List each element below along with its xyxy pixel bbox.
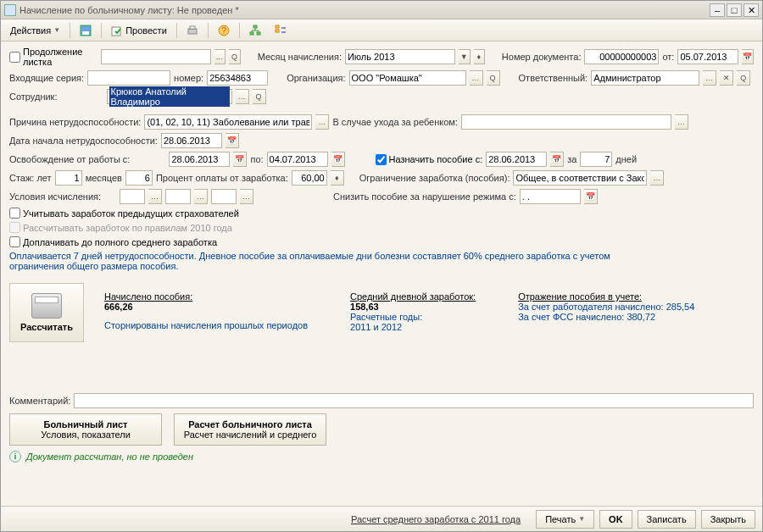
save-icon-button[interactable] — [74, 22, 97, 39]
app-icon — [4, 4, 16, 16]
release-to-picker-button[interactable]: 📅 — [331, 152, 345, 167]
resp-select-button[interactable]: … — [703, 70, 716, 86]
org-field[interactable] — [349, 70, 466, 86]
svg-rect-13 — [281, 31, 286, 33]
stazh-years-field[interactable] — [55, 170, 82, 186]
reduce-date-picker-button[interactable]: 📅 — [584, 189, 598, 204]
tree-icon-button[interactable] — [269, 22, 292, 39]
continuation-select-button[interactable]: … — [214, 49, 226, 64]
stazh-months-field[interactable] — [125, 170, 153, 186]
print-icon-button[interactable] — [181, 22, 204, 39]
continuation-lookup-button[interactable]: Q — [229, 49, 241, 64]
release-label: Освобождение от работы с: — [9, 154, 130, 164]
employee-lookup-button[interactable]: Q — [253, 89, 266, 104]
start-date-field[interactable] — [161, 133, 222, 148]
actions-menu[interactable]: Действия▼ — [4, 22, 66, 39]
docnum-field[interactable] — [584, 49, 659, 64]
month-stepper-button[interactable]: ♦ — [474, 49, 486, 64]
percent-stepper-button[interactable]: ♦ — [331, 170, 344, 186]
from-date-picker-button[interactable]: 📅 — [742, 49, 754, 64]
average-calc-link[interactable]: Расчет среднего заработка с 2011 года — [351, 514, 521, 524]
employee-select-button[interactable]: … — [236, 89, 249, 104]
comment-field[interactable] — [74, 393, 754, 408]
org-select-button[interactable]: … — [470, 70, 483, 86]
from-label: от: — [662, 52, 674, 62]
post-button[interactable]: Провести — [105, 22, 173, 39]
cond1-select-button[interactable]: … — [148, 189, 162, 204]
resp-clear-button[interactable]: ✕ — [720, 70, 733, 86]
limit-select-button[interactable]: … — [650, 170, 664, 186]
reason-select-button[interactable]: … — [315, 114, 329, 130]
reason-field[interactable] — [144, 114, 312, 130]
employee-label: Сотрудник: — [9, 91, 58, 102]
svg-rect-10 — [276, 25, 279, 28]
cond1-field[interactable] — [120, 189, 145, 204]
days-field[interactable] — [580, 152, 612, 167]
assign-checkbox[interactable]: Назначить пособие с: — [376, 154, 483, 165]
month-field[interactable] — [345, 49, 455, 64]
inseries-field[interactable] — [87, 70, 170, 86]
years-link[interactable]: 2011 и 2012 — [350, 322, 476, 332]
reason-label: Причина нетрудоспособности: — [9, 117, 141, 127]
calculate-button[interactable]: Рассчитать — [9, 283, 84, 342]
from-date-field[interactable] — [677, 49, 738, 64]
maximize-button[interactable]: □ — [727, 3, 742, 17]
structure-icon-button[interactable] — [243, 22, 267, 39]
cond3-select-button[interactable]: … — [240, 189, 253, 204]
assign-date-picker-button[interactable]: 📅 — [550, 152, 564, 167]
minimize-button[interactable]: – — [710, 3, 725, 17]
prev-insurers-checkbox[interactable]: Учитывать заработок предыдущих страховат… — [9, 208, 239, 219]
month-label: Месяц начисления: — [258, 52, 342, 62]
close-button[interactable]: ✕ — [744, 3, 759, 17]
percent-field[interactable] — [292, 170, 327, 186]
calculator-icon — [31, 293, 62, 319]
info-icon: i — [9, 451, 21, 463]
status-bar: i Документ рассчитан, но не проведен — [9, 451, 754, 463]
percent-label: Процент оплаты от заработка: — [156, 173, 288, 183]
svg-rect-7 — [253, 25, 257, 28]
full-average-checkbox[interactable]: Доплачивать до полного среднего заработк… — [9, 236, 217, 247]
childcare-label: В случае ухода за ребенком: — [332, 117, 458, 127]
footer: Расчет среднего заработка с 2011 года Пе… — [1, 506, 762, 531]
reversed-link[interactable]: Сторнированы начисления прошлых периодов — [104, 320, 308, 330]
svg-text:?: ? — [221, 25, 226, 36]
tab-calculation[interactable]: Расчет больничного листа Расчет начислен… — [174, 413, 326, 446]
print-button[interactable]: Печать▼ — [536, 510, 594, 529]
cond2-select-button[interactable]: … — [194, 189, 208, 204]
release-from-picker-button[interactable]: 📅 — [233, 152, 247, 167]
limit-label: Ограничение заработка (пособия): — [359, 173, 510, 183]
release-from-field[interactable] — [169, 152, 230, 167]
start-date-label: Дата начала нетрудоспособности: — [9, 136, 158, 146]
save-button[interactable]: Записать — [638, 510, 696, 529]
ok-button[interactable]: OK — [599, 510, 632, 529]
num-field[interactable] — [207, 70, 268, 86]
calc-cond-label: Условия исчисления: — [9, 191, 101, 202]
org-lookup-button[interactable]: Q — [487, 70, 500, 86]
continuation-field[interactable] — [101, 49, 211, 64]
comment-label: Комментарий: — [9, 396, 70, 406]
inseries-label: Входящие серия: — [9, 73, 84, 83]
month-dropdown-button[interactable]: ▼ — [459, 49, 471, 64]
num-label: номер: — [174, 73, 203, 83]
stazh-label: Стаж: лет — [9, 173, 52, 183]
close-window-button[interactable]: Закрыть — [701, 510, 755, 529]
cond3-field[interactable] — [211, 189, 237, 204]
release-to-field[interactable] — [267, 152, 328, 167]
limit-field[interactable] — [513, 170, 647, 186]
childcare-field[interactable] — [461, 114, 671, 130]
start-date-picker-button[interactable]: 📅 — [226, 133, 239, 148]
svg-rect-11 — [276, 30, 279, 32]
childcare-select-button[interactable]: … — [675, 114, 688, 130]
assign-date-field[interactable] — [486, 152, 547, 167]
resp-lookup-button[interactable]: Q — [737, 70, 750, 86]
cond2-field[interactable] — [165, 189, 191, 204]
continuation-checkbox[interactable]: Продолжение листка — [9, 47, 97, 67]
org-label: Организация: — [287, 73, 345, 83]
reduce-date-field[interactable] — [520, 189, 581, 204]
svg-rect-4 — [190, 26, 195, 29]
tab-sick-leave[interactable]: Больничный лист Условия, показатели — [9, 413, 162, 446]
employee-field[interactable]: Крюков Анатолий Владимиро — [107, 89, 232, 104]
titlebar: Начисление по больничному листу: Не пров… — [1, 1, 762, 19]
help-icon-button[interactable]: ? — [212, 22, 236, 39]
resp-field[interactable] — [591, 70, 699, 86]
